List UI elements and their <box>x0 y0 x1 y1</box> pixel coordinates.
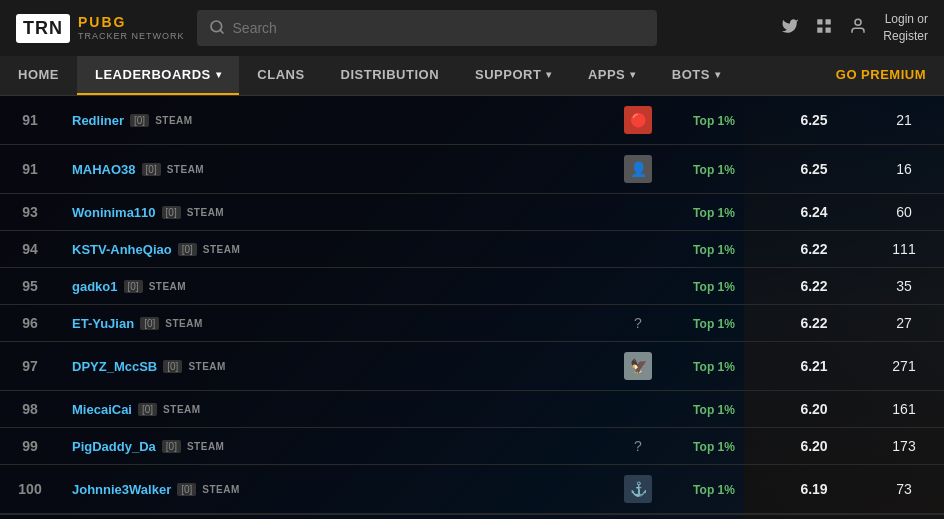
player-cell: Woninima110 [0] STEAM <box>60 194 612 231</box>
player-cell: KSTV-AnheQiao [0] STEAM <box>60 231 612 268</box>
svg-line-1 <box>220 30 223 33</box>
login-button[interactable]: Login orRegister <box>883 11 928 45</box>
player-name[interactable]: Johnnie3Walker <box>72 482 171 497</box>
table-row: 95 gadko1 [0] STEAM Top 1% 6.22 35 <box>0 268 944 305</box>
percentile-value: Top 1% <box>693 360 735 374</box>
table-row: 100 Johnnie3Walker [0] STEAM ⚓ Top 1% 6.… <box>0 465 944 514</box>
nav-distribution[interactable]: DISTRIBUTION <box>323 56 457 95</box>
percentile-cell: Top 1% <box>664 428 764 465</box>
logo-link[interactable]: TRN PUBG TRACKER NETWORK <box>16 14 185 43</box>
table-row: 94 KSTV-AnheQiao [0] STEAM Top 1% 6.22 1… <box>0 231 944 268</box>
player-name[interactable]: PigDaddy_Da <box>72 439 156 454</box>
table-row: 98 MiecaiCai [0] STEAM Top 1% 6.20 161 <box>0 391 944 428</box>
matches-cell: 173 <box>864 428 944 465</box>
player-name[interactable]: gadko1 <box>72 279 118 294</box>
rank-cell: 93 <box>0 194 60 231</box>
logo-text: PUBG TRACKER NETWORK <box>78 14 185 42</box>
player-name[interactable]: MiecaiCai <box>72 402 132 417</box>
percentile-value: Top 1% <box>693 317 735 331</box>
rank-cell: 97 <box>0 342 60 391</box>
icon-cell <box>612 391 664 428</box>
twitter-icon[interactable] <box>781 17 799 39</box>
player-cell: Johnnie3Walker [0] STEAM <box>60 465 612 514</box>
table-container: 91 Redliner [0] STEAM 🔴 Top 1% 6.25 21 9… <box>0 96 944 514</box>
clan-icon: 🔴 <box>624 106 652 134</box>
rank-cell: 98 <box>0 391 60 428</box>
nav-home[interactable]: HOME <box>0 56 77 95</box>
player-name[interactable]: MAHAO38 <box>72 162 136 177</box>
player-cell: Redliner [0] STEAM <box>60 96 612 145</box>
percentile-value: Top 1% <box>693 206 735 220</box>
ratio-cell: 6.21 <box>764 342 864 391</box>
search-icon <box>209 19 225 38</box>
player-name[interactable]: KSTV-AnheQiao <box>72 242 172 257</box>
icon-cell: 🦅 <box>612 342 664 391</box>
matches-cell: 111 <box>864 231 944 268</box>
nav-support[interactable]: SUPPORT ▾ <box>457 56 570 95</box>
pagination: First Prev 1 Next Last <box>0 514 944 519</box>
search-input[interactable] <box>233 20 645 36</box>
percentile-value: Top 1% <box>693 163 735 177</box>
navigation: HOME LEADERBOARDS ▾ CLANS DISTRIBUTION S… <box>0 56 944 96</box>
nav-apps[interactable]: APPS ▾ <box>570 56 654 95</box>
ratio-cell: 6.22 <box>764 305 864 342</box>
nav-premium[interactable]: GO PREMIUM <box>818 56 944 95</box>
percentile-cell: Top 1% <box>664 305 764 342</box>
ratio-cell: 6.19 <box>764 465 864 514</box>
table-row: 96 ET-YuJian [0] STEAM ? Top 1% 6.22 27 <box>0 305 944 342</box>
icon-cell: 🔴 <box>612 96 664 145</box>
rank-cell: 96 <box>0 305 60 342</box>
platform-badge: STEAM <box>163 404 201 415</box>
nav-leaderboards[interactable]: LEADERBOARDS ▾ <box>77 56 239 95</box>
clan-icon: 👤 <box>624 155 652 183</box>
ratio-cell: 6.22 <box>764 231 864 268</box>
nav-bots[interactable]: BOTS ▾ <box>654 56 739 95</box>
rank-badge: [0] <box>124 280 143 293</box>
player-name[interactable]: Woninima110 <box>72 205 156 220</box>
leaderboard-table: 91 Redliner [0] STEAM 🔴 Top 1% 6.25 21 9… <box>0 96 944 514</box>
table-row: 91 Redliner [0] STEAM 🔴 Top 1% 6.25 21 <box>0 96 944 145</box>
rank-cell: 91 <box>0 96 60 145</box>
rank-badge: [0] <box>142 163 161 176</box>
table-row: 99 PigDaddy_Da [0] STEAM ? Top 1% 6.20 1… <box>0 428 944 465</box>
nav-clans[interactable]: CLANS <box>239 56 322 95</box>
rank-badge: [0] <box>163 360 182 373</box>
svg-point-6 <box>855 19 861 25</box>
rank-cell: 94 <box>0 231 60 268</box>
percentile-value: Top 1% <box>693 483 735 497</box>
apps-icon[interactable] <box>815 17 833 39</box>
player-name[interactable]: DPYZ_MccSB <box>72 359 157 374</box>
rank-cell: 100 <box>0 465 60 514</box>
user-icon[interactable] <box>849 17 867 39</box>
matches-cell: 60 <box>864 194 944 231</box>
matches-cell: 73 <box>864 465 944 514</box>
icon-cell <box>612 268 664 305</box>
header-icons: Login orRegister <box>781 11 928 45</box>
player-name[interactable]: Redliner <box>72 113 124 128</box>
matches-cell: 27 <box>864 305 944 342</box>
ratio-cell: 6.24 <box>764 194 864 231</box>
player-name[interactable]: ET-YuJian <box>72 316 134 331</box>
ratio-cell: 6.25 <box>764 145 864 194</box>
icon-cell: ? <box>612 428 664 465</box>
player-cell: gadko1 [0] STEAM <box>60 268 612 305</box>
logo-title: PUBG <box>78 14 185 31</box>
percentile-value: Top 1% <box>693 114 735 128</box>
percentile-cell: Top 1% <box>664 268 764 305</box>
platform-badge: STEAM <box>149 281 187 292</box>
unknown-icon: ? <box>634 315 642 331</box>
percentile-cell: Top 1% <box>664 465 764 514</box>
icon-cell: 👤 <box>612 145 664 194</box>
rank-cell: 95 <box>0 268 60 305</box>
percentile-cell: Top 1% <box>664 145 764 194</box>
search-bar <box>197 10 657 46</box>
rank-badge: [0] <box>138 403 157 416</box>
percentile-cell: Top 1% <box>664 194 764 231</box>
player-cell: ET-YuJian [0] STEAM <box>60 305 612 342</box>
rank-badge: [0] <box>178 243 197 256</box>
rank-cell: 99 <box>0 428 60 465</box>
player-cell: MAHAO38 [0] STEAM <box>60 145 612 194</box>
rank-badge: [0] <box>140 317 159 330</box>
player-cell: MiecaiCai [0] STEAM <box>60 391 612 428</box>
unknown-icon: ? <box>634 438 642 454</box>
